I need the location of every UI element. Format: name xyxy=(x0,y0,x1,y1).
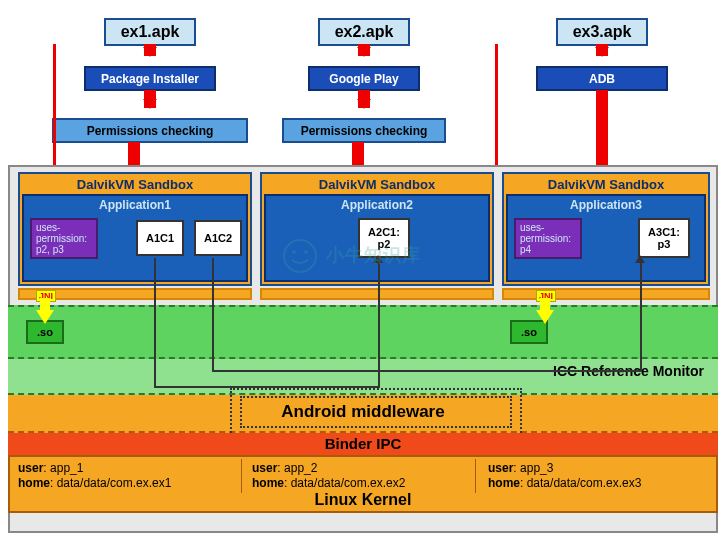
svg-point-0 xyxy=(284,240,316,272)
watermark-icon xyxy=(280,236,320,276)
application-1: Application1 uses-permission: p2, p3 A1C… xyxy=(22,194,248,282)
arrow-2b xyxy=(358,90,370,108)
kernel-label: Linux Kernel xyxy=(10,491,716,509)
apk-box-1: ex1.apk xyxy=(104,18,196,46)
sandbox-1: DalvikVM Sandbox Application1 uses-permi… xyxy=(18,172,252,286)
app-title-2: Application2 xyxy=(266,196,488,214)
apk-box-2: ex2.apk xyxy=(318,18,410,46)
watermark: 小牛知识库 xyxy=(280,236,421,276)
jni-arrow-3 xyxy=(536,310,554,333)
component-a1c2: A1C2 xyxy=(194,220,242,256)
arrow-1b xyxy=(144,90,156,108)
line-a1c2-h xyxy=(212,370,640,372)
uses-permission-3: uses-permission: p4 xyxy=(514,218,582,259)
jni-arrow-1 xyxy=(36,310,54,333)
native-layer xyxy=(8,305,718,359)
binder-ipc-layer: Binder IPC xyxy=(8,433,718,455)
line-a2c1-v xyxy=(378,258,380,388)
kernel-col-2: user: app_2 home: data/data/com.ex.ex2 xyxy=(246,459,476,493)
arrow-2a xyxy=(358,44,370,56)
application-3: Application3 uses-permission: p4 A3C1: p… xyxy=(506,194,706,282)
uses-permission-1: uses-permission: p2, p3 xyxy=(30,218,98,259)
sandbox-title-2: DalvikVM Sandbox xyxy=(264,176,490,194)
kernel-col-3: user: app_3 home: data/data/com.ex.ex3 xyxy=(482,459,712,493)
mw-dotted-inner xyxy=(240,396,512,428)
svg-point-2 xyxy=(304,250,308,254)
permissions-check-1: Permissions checking xyxy=(52,118,248,143)
line-a1c1-h xyxy=(154,386,378,388)
permissions-check-2: Permissions checking xyxy=(282,118,446,143)
arrow-3a xyxy=(596,44,608,56)
adb-box: ADB xyxy=(536,66,668,91)
rail-2 xyxy=(260,288,494,300)
app-title-3: Application3 xyxy=(508,196,704,214)
component-a3c1: A3C1: p3 xyxy=(638,218,690,258)
apk-box-3: ex3.apk xyxy=(556,18,648,46)
linux-kernel-layer: user: app_1 home: data/data/com.ex.ex1 u… xyxy=(8,455,718,513)
package-installer-box: Package Installer xyxy=(84,66,216,91)
line-a1c1-v xyxy=(154,258,156,386)
arrowhead-a3c1 xyxy=(635,250,645,263)
svg-point-1 xyxy=(292,250,296,254)
arrow-1a xyxy=(144,44,156,56)
app-title-1: Application1 xyxy=(24,196,246,214)
line-a1c2-v xyxy=(212,258,214,370)
rail-3 xyxy=(502,288,710,300)
component-a1c1: A1C1 xyxy=(136,220,184,256)
sandbox-3: DalvikVM Sandbox Application3 uses-permi… xyxy=(502,172,710,286)
line-a3c1-v xyxy=(640,258,642,372)
sandbox-title-1: DalvikVM Sandbox xyxy=(22,176,248,194)
google-play-box: Google Play xyxy=(308,66,420,91)
sandbox-title-3: DalvikVM Sandbox xyxy=(506,176,706,194)
kernel-col-1: user: app_1 home: data/data/com.ex.ex1 xyxy=(12,459,242,493)
